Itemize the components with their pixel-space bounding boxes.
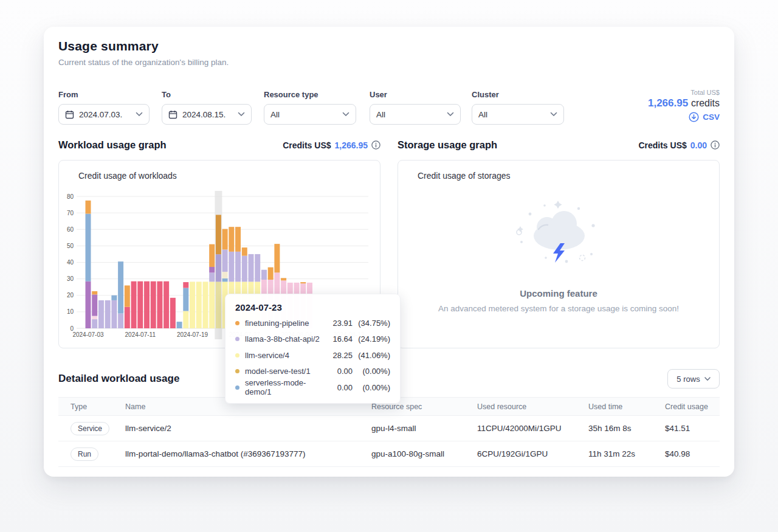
- csv-label: CSV: [703, 112, 720, 122]
- resource-type-select[interactable]: All: [264, 104, 356, 125]
- svg-text:50: 50: [67, 243, 74, 249]
- svg-text:70: 70: [67, 210, 74, 216]
- svg-text:2024-07-11: 2024-07-11: [125, 331, 156, 338]
- download-circle-icon: [689, 112, 699, 122]
- page-title: Usage summary: [58, 39, 720, 54]
- resource-spec: gpu-l4-small: [359, 424, 465, 433]
- total-amount-value: 1,266.95: [648, 97, 688, 109]
- series-percent: (0.00%): [353, 367, 390, 376]
- svg-text:60: 60: [67, 226, 74, 233]
- filters-row: From 2024.07.03. To 2024.08.15.: [44, 89, 734, 125]
- to-date-picker[interactable]: 2024.08.15.: [162, 104, 252, 125]
- series-value: 0.00: [327, 367, 353, 376]
- rows-per-page-value: 5 rows: [676, 375, 700, 384]
- tooltip-series-row: serverless-mode-demo/10.00(0.00%): [235, 379, 390, 396]
- storage-chart-panel: Credit usage of storages: [398, 160, 720, 348]
- filter-from: From 2024.07.03.: [58, 90, 150, 125]
- series-color-dot: [235, 321, 239, 325]
- svg-text:2024-07-03: 2024-07-03: [72, 331, 104, 338]
- svg-text:80: 80: [67, 193, 74, 200]
- storage-credits-label: Credits US$: [638, 140, 686, 150]
- chevron-down-icon: [238, 112, 245, 117]
- tooltip-series-row: llama-3-8b-chat-api/216.64(24.19%): [235, 331, 390, 348]
- csv-download-button[interactable]: CSV: [689, 112, 720, 122]
- column-header: Resource spec: [359, 402, 465, 411]
- series-color-dot: [235, 353, 239, 358]
- table-row[interactable]: Servicellm-service/2gpu-l4-small11CPU/42…: [58, 416, 720, 441]
- storage-empty-subtitle: An advanced metered system for a storage…: [398, 304, 719, 313]
- tooltip-date: 2024-07-23: [235, 302, 390, 313]
- series-name: serverless-mode-demo/1: [245, 378, 327, 396]
- total-amount: 1,266.95 credits: [648, 97, 720, 109]
- chart-tooltip: 2024-07-23 finetuning-pipeline23.91(34.7…: [225, 294, 401, 404]
- user-select[interactable]: All: [370, 104, 461, 125]
- detailed-usage-title: Detailed workload usage: [58, 373, 179, 385]
- table-row[interactable]: Runllm-portal-demo/llama3-chatbot (#3693…: [58, 441, 720, 467]
- cluster-value: All: [478, 110, 550, 119]
- cluster-select[interactable]: All: [472, 104, 564, 125]
- series-color-dot: [235, 369, 239, 373]
- filter-cluster: Cluster All: [472, 90, 564, 125]
- workload-credits-value: 1,266.95: [335, 140, 368, 150]
- workload-panel-title: Credit usage of workloads: [78, 171, 177, 181]
- svg-text:40: 40: [67, 259, 74, 266]
- series-percent: (24.19%): [353, 334, 390, 344]
- column-header: Name: [113, 402, 359, 411]
- series-name: llm-service/4: [245, 351, 327, 360]
- total-amount-unit: credits: [691, 98, 720, 108]
- workload-type-badge: Run: [71, 447, 98, 461]
- storage-graph-section: Storage usage graph Credits US$ 0.00 Cre…: [398, 139, 720, 348]
- tooltip-series-row: llm-service/428.25(41.06%): [235, 347, 390, 364]
- cloud-lightning-illustration: [507, 198, 610, 276]
- info-circle-icon[interactable]: [371, 140, 380, 150]
- svg-text:20: 20: [67, 292, 74, 299]
- series-color-dot: [235, 337, 239, 341]
- info-circle-icon[interactable]: [711, 140, 720, 150]
- chevron-down-icon: [550, 112, 557, 117]
- page-subtitle: Current status of the organization's bil…: [58, 58, 720, 67]
- workload-credits-label: Credits US$: [283, 140, 331, 150]
- series-name: finetuning-pipeline: [245, 319, 327, 328]
- user-value: All: [376, 110, 447, 119]
- series-color-dot: [235, 385, 239, 390]
- series-name: model-serve-test/1: [245, 367, 327, 376]
- resource-spec: gpu-a100-80g-small: [359, 449, 465, 458]
- chevron-down-icon: [447, 112, 454, 117]
- used-resource: 11CPU/42000Mi/1GPU: [465, 424, 576, 433]
- workload-name: llm-portal-demo/llama3-chatbot (#3693671…: [113, 449, 359, 458]
- workload-credits: Credits US$ 1,266.95: [283, 140, 380, 150]
- series-value: 23.91: [327, 319, 353, 328]
- filter-to: To 2024.08.15.: [162, 90, 252, 125]
- workload-usage-table: TypeNameResource specUsed resourceUsed t…: [58, 397, 720, 467]
- filter-cluster-label: Cluster: [472, 90, 564, 99]
- chevron-down-icon: [342, 112, 349, 117]
- series-value: 16.64: [327, 334, 353, 344]
- column-header: Used time: [576, 402, 653, 411]
- tooltip-series-row: model-serve-test/10.00(0.00%): [235, 364, 390, 380]
- chevron-down-icon: [136, 112, 143, 117]
- svg-text:0: 0: [70, 325, 74, 332]
- rows-per-page-select[interactable]: 5 rows: [667, 369, 720, 389]
- series-percent: (41.06%): [353, 351, 390, 360]
- svg-text:10: 10: [67, 308, 74, 315]
- storage-section-title: Storage usage graph: [398, 139, 497, 151]
- from-date-picker[interactable]: 2024.07.03.: [58, 104, 150, 125]
- used-time: 11h 31m 22s: [576, 449, 653, 458]
- tooltip-series-row: finetuning-pipeline23.91(34.75%): [235, 315, 390, 331]
- usage-summary-card: Usage summary Current status of the orga…: [44, 27, 734, 477]
- storage-credits-value: 0.00: [690, 140, 707, 150]
- filter-user: User All: [370, 90, 461, 125]
- workload-type-badge: Service: [71, 422, 109, 435]
- calendar-icon: [168, 110, 177, 119]
- column-header: Used resource: [465, 402, 576, 411]
- filter-to-label: To: [162, 90, 252, 99]
- series-percent: (34.75%): [353, 319, 390, 328]
- svg-text:30: 30: [67, 275, 74, 282]
- workload-section-title: Workload usage graph: [58, 139, 167, 151]
- used-time: 35h 16m 8s: [576, 424, 653, 433]
- calendar-icon: [65, 110, 74, 119]
- storage-credits: Credits US$ 0.00: [638, 140, 720, 150]
- svg-text:2024-07-19: 2024-07-19: [177, 331, 208, 338]
- series-percent: (0.00%): [353, 383, 390, 392]
- resource-type-value: All: [270, 110, 342, 119]
